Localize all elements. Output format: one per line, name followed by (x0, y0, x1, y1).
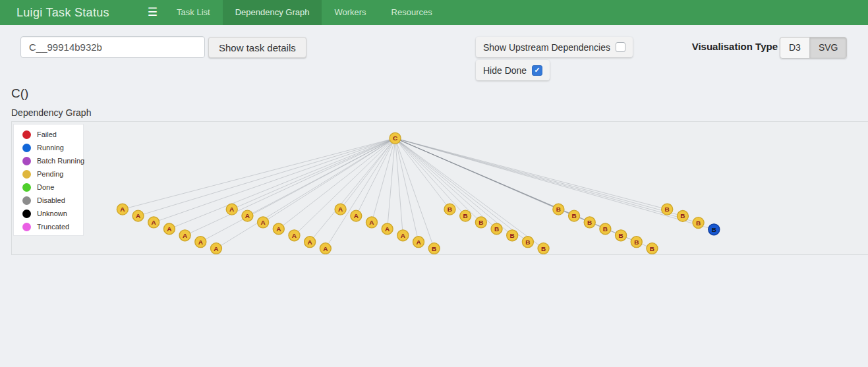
legend-item-disabled: Disabled (22, 194, 83, 207)
vis-type-button-d3[interactable]: D3 (780, 37, 810, 59)
visualisation-type-group: D3SVG (780, 37, 847, 59)
graph-node-label: A (152, 219, 156, 226)
nav-item-task-list[interactable]: Task List (164, 0, 223, 25)
graph-node-label: B (587, 219, 592, 226)
graph-node-label: B (571, 212, 576, 219)
app-title[interactable]: Luigi Task Status (16, 0, 109, 25)
status-legend: FailedRunningBatch RunningPendingDoneDis… (13, 124, 84, 236)
legend-item-batch-running: Batch Running (22, 154, 83, 167)
graph-node-label: A (136, 212, 140, 219)
graph-node-label: A (260, 219, 265, 226)
graph-node-label: B (525, 239, 530, 246)
graph-edge (232, 138, 395, 210)
hide-done-checkbox[interactable]: ✓ (532, 65, 542, 76)
disabled-status-dot-icon (22, 196, 31, 205)
option-chips: Show Upstream DependenciesHide Done✓ (476, 37, 633, 80)
legend-item-done: Done (22, 181, 83, 194)
legend-label: Failed (37, 130, 57, 138)
graph-node-label: C (393, 134, 397, 142)
graph-node-label: A (214, 245, 218, 252)
dependency-graph-heading: Dependency Graph (11, 107, 91, 118)
vis-type-button-svg[interactable]: SVG (809, 37, 848, 59)
graph-edge (247, 138, 395, 216)
truncated-status-dot-icon (22, 223, 31, 231)
dependency-graph-svg: AAAAAAAAAAAAAAAAAAAABBBBBBBBBBBBBBBBBBBC (12, 122, 868, 254)
graph-edge (123, 138, 395, 210)
navbar: Luigi Task Status ☰ Task ListDependency … (0, 0, 868, 25)
graph-node-label: A (354, 212, 359, 219)
graph-edge (395, 138, 668, 210)
graph-node-label: A (401, 232, 405, 239)
graph-node-label: A (120, 206, 125, 213)
graph-edge (395, 138, 714, 230)
graph-node-label: B (665, 206, 670, 213)
luigi-page: Luigi Task Status ☰ Task ListDependency … (0, 0, 868, 367)
graph-node-label: B (556, 206, 561, 213)
menu-icon[interactable]: ☰ (148, 0, 158, 25)
graph-node-label: B (448, 206, 452, 213)
graph-edge (395, 138, 403, 236)
task-id-input[interactable] (20, 36, 205, 58)
graph-node-label: A (416, 239, 420, 246)
graph-edge (395, 138, 466, 216)
graph-node-label: B (478, 219, 483, 226)
option-show-upstream-dependencies[interactable]: Show Upstream Dependencies (476, 37, 633, 57)
legend-label: Truncated (37, 223, 69, 231)
failed-status-dot-icon (22, 130, 31, 139)
legend-item-pending: Pending (22, 167, 83, 181)
nav-item-resources[interactable]: Resources (379, 0, 445, 25)
option-label: Hide Done (483, 65, 527, 76)
graph-edge (294, 138, 395, 236)
legend-label: Unknown (37, 210, 67, 217)
legend-label: Done (37, 183, 54, 191)
graph-node-label: B (618, 232, 623, 239)
option-label: Show Upstream Dependencies (483, 42, 610, 53)
legend-label: Disabled (37, 196, 65, 204)
graph-node-label: A (369, 219, 374, 226)
legend-item-unknown: Unknown (22, 207, 83, 220)
show-task-details-button[interactable]: Show task details (208, 37, 306, 58)
dependency-graph-panel: AAAAAAAAAAAAAAAAAAAABBBBBBBBBBBBBBBBBBBC… (11, 121, 868, 255)
graph-node-label: B (463, 212, 468, 219)
visualisation-type-label: Visualisation Type (672, 41, 778, 52)
graph-node-label: B (634, 239, 639, 246)
unknown-status-dot-icon (22, 210, 31, 218)
legend-item-truncated: Truncated (22, 220, 83, 233)
graph-node-label: A (167, 225, 171, 233)
option-hide-done[interactable]: Hide Done✓ (476, 60, 550, 80)
legend-label: Pending (37, 170, 63, 178)
nav-item-dependency-graph[interactable]: Dependency Graph (223, 0, 322, 25)
graph-node-label: B (650, 245, 654, 252)
graph-edge (185, 138, 395, 236)
graph-node-label: B (510, 232, 515, 239)
done-status-dot-icon (22, 183, 31, 192)
running-status-dot-icon (22, 144, 31, 152)
pending-status-dot-icon (22, 170, 31, 179)
graph-node-label: B (541, 245, 546, 252)
graph-node-label: B (432, 245, 436, 252)
graph-edge (395, 138, 652, 248)
legend-item-running: Running (22, 141, 83, 154)
legend-label: Batch Running (37, 157, 84, 165)
graph-node-label: B (696, 219, 701, 227)
graph-edge (395, 138, 513, 236)
task-title: C() (11, 86, 28, 101)
graph-node-label: A (245, 212, 250, 219)
batch-running-status-dot-icon (22, 157, 31, 165)
graph-node-label: A (308, 239, 312, 246)
legend-item-failed: Failed (22, 128, 83, 141)
graph-node-label: B (494, 225, 499, 233)
graph-edge (216, 138, 395, 248)
graph-node-label: A (229, 206, 234, 213)
graph-edge (279, 138, 395, 229)
graph-node-label: B (712, 226, 716, 233)
graph-node-label: A (292, 232, 297, 239)
nav-item-workers[interactable]: Workers (322, 0, 378, 25)
graph-node-label: A (183, 232, 187, 239)
graph-node-label: A (323, 245, 328, 252)
graph-edge (138, 138, 395, 216)
graph-node-label: A (338, 206, 343, 213)
graph-node-label: A (385, 225, 390, 233)
show-upstream-dependencies-checkbox[interactable] (616, 42, 625, 52)
legend-label: Running (37, 144, 64, 152)
